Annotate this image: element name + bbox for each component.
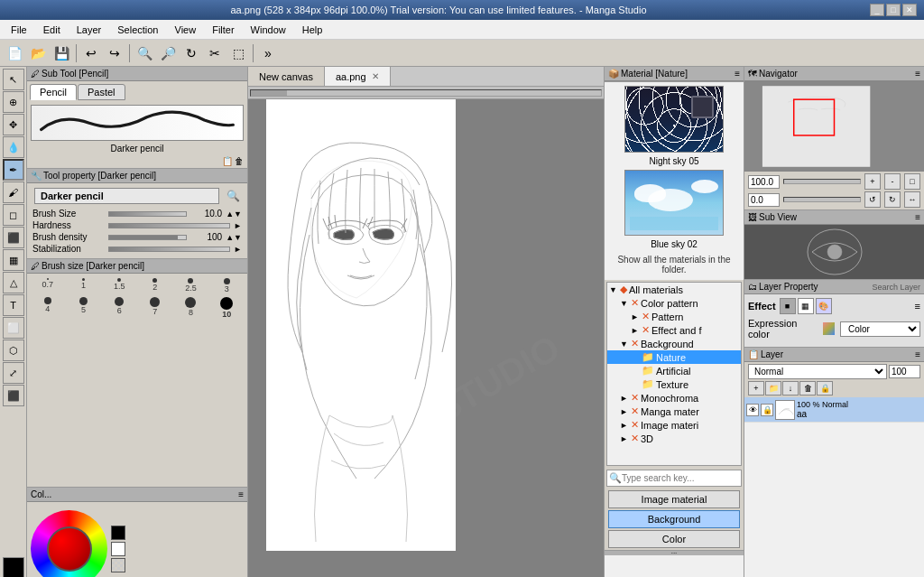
sub-tool-delete-btn[interactable]: 🗑 (235, 156, 244, 166)
image-material-btn[interactable]: Image material (608, 490, 740, 508)
canvas-content[interactable]: MANGA STUDIO (248, 99, 604, 577)
stabilization-expand[interactable]: ► (234, 245, 242, 254)
nav-zoom-input[interactable] (748, 175, 780, 189)
stabilization-slider[interactable] (108, 247, 230, 252)
layer-move-tool[interactable]: ⬛ (3, 385, 24, 406)
nav-rotate-ccw[interactable]: ↺ (864, 191, 881, 208)
hardness-slider[interactable] (108, 223, 230, 228)
menu-filter[interactable]: Filter (205, 23, 241, 37)
brush-size-25[interactable]: 2.5 (174, 277, 208, 294)
brush-size-4[interactable]: 4 (31, 296, 65, 320)
hardness-expand[interactable]: ► (234, 221, 242, 230)
new-folder-btn[interactable]: 📁 (765, 381, 781, 396)
brush-size-3[interactable]: 3 (209, 277, 244, 294)
foreground-color[interactable] (3, 557, 24, 577)
close-button[interactable]: ✕ (902, 4, 917, 16)
more-button[interactable]: » (257, 42, 279, 64)
tree-color-pattern[interactable]: ▼ ✕ Color pattern (607, 296, 741, 310)
text-tool[interactable]: T (3, 294, 24, 316)
foreground-swatch[interactable] (111, 526, 125, 540)
layer-lock[interactable]: 🔒 (761, 404, 773, 416)
brush-size-spin[interactable]: ▲▼ (226, 209, 242, 219)
menu-layer[interactable]: Layer (69, 23, 109, 37)
select-rect-tool[interactable]: ⬜ (3, 317, 24, 339)
lock-layer-btn[interactable]: 🔒 (817, 381, 833, 396)
canvas-scrollbar-top[interactable] (248, 87, 604, 99)
tree-image-material[interactable]: ► ✕ Image materi (607, 418, 741, 432)
background-btn[interactable]: Background (608, 510, 740, 528)
effect-black[interactable]: ■ (780, 298, 796, 314)
nav-flip-btn[interactable]: ↔ (904, 191, 920, 208)
menu-edit[interactable]: Edit (36, 23, 68, 37)
new-canvas-tab[interactable]: New canvas (248, 67, 325, 86)
tree-all-materials[interactable]: ▼ ◆ All materials (607, 283, 741, 296)
layer-visibility-eye[interactable]: 👁 (746, 404, 759, 416)
preview-blue-sky[interactable] (624, 170, 724, 237)
menu-window[interactable]: Window (244, 23, 293, 37)
sub-tool-copy-btn[interactable]: 📋 (222, 156, 233, 166)
tree-monochrome[interactable]: ► ✕ Monochroma (607, 391, 741, 405)
rotate-button[interactable]: ↻ (180, 42, 202, 64)
brush-tool[interactable]: 🖌 (3, 181, 24, 203)
redo-button[interactable]: ↪ (104, 42, 125, 64)
layer-row-aa[interactable]: 👁 🔒 100 % Normal aa (744, 397, 924, 423)
delete-layer-btn[interactable]: 🗑 (799, 381, 816, 396)
color-btn[interactable]: Color (608, 530, 740, 548)
brush-size-2[interactable]: 2 (138, 277, 172, 294)
new-button[interactable]: 📄 (4, 42, 25, 64)
nav-zoom-in-btn[interactable]: + (864, 173, 881, 190)
canvas-drawing[interactable] (266, 99, 456, 551)
eyedropper-tool[interactable]: 💧 (3, 136, 24, 158)
search-icon[interactable]: 🔍 (226, 190, 240, 202)
cursor-tool[interactable]: ↖ (3, 69, 24, 90)
minimize-button[interactable]: _ (870, 4, 884, 16)
preview-night-sky[interactable] (624, 86, 724, 153)
tree-manga-material[interactable]: ► ✕ Manga mater (607, 405, 741, 418)
effect-menu[interactable]: ≡ (915, 301, 920, 312)
select-lasso-tool[interactable]: ⬡ (3, 340, 24, 361)
menu-view[interactable]: View (168, 23, 204, 37)
tree-artificial[interactable]: 📁 Artificial (607, 364, 741, 377)
zoom-out-button[interactable]: 🔎 (157, 42, 179, 64)
transform-tool2[interactable]: ⤢ (3, 362, 24, 384)
effect-pattern[interactable]: ▦ (798, 298, 814, 314)
navigator-menu[interactable]: ≡ (915, 69, 920, 79)
color-wheel[interactable] (31, 510, 107, 577)
nav-rotate-cw[interactable]: ↻ (884, 191, 901, 208)
nav-rotation-slider[interactable] (783, 197, 861, 202)
new-layer-btn[interactable]: + (748, 381, 764, 396)
menu-file[interactable]: File (4, 23, 34, 37)
brush-size-6[interactable]: 6 (102, 296, 136, 320)
layer-header-menu[interactable]: ≡ (915, 349, 920, 359)
navigator-preview[interactable] (744, 81, 924, 172)
merge-layer-btn[interactable]: ↓ (782, 381, 799, 396)
nav-rotation-input[interactable] (748, 193, 780, 207)
tree-nature[interactable]: 📁 Nature (607, 350, 741, 364)
color-panel-menu[interactable]: ≡ (238, 489, 244, 499)
nav-zoom-out-btn[interactable]: - (884, 173, 901, 190)
brush-size-8[interactable]: 8 (174, 296, 208, 320)
undo-button[interactable]: ↩ (80, 42, 102, 64)
tree-effect[interactable]: ► ✕ Effect and f (607, 323, 741, 337)
material-menu[interactable]: ≡ (735, 69, 740, 79)
eraser-tool[interactable]: ◻ (3, 204, 24, 226)
maximize-button[interactable]: □ (886, 4, 901, 16)
background-swatch[interactable] (111, 542, 125, 556)
expression-color-select[interactable]: Color Gray Monochrome (840, 321, 920, 337)
menu-help[interactable]: Help (295, 23, 330, 37)
material-search-input[interactable] (622, 473, 739, 483)
select-button[interactable]: ⬚ (227, 42, 249, 64)
fill-tool[interactable]: ⬛ (3, 227, 24, 248)
brush-size-1[interactable]: 1 (67, 277, 101, 294)
aa-png-close[interactable]: ✕ (372, 71, 379, 81)
shape-tool[interactable]: △ (3, 272, 24, 293)
zoom-tool[interactable]: ⊕ (3, 91, 24, 113)
tree-3d[interactable]: ► ✕ 3D (607, 432, 741, 445)
brush-size-slider[interactable] (108, 211, 187, 217)
brush-size-15[interactable]: 1.5 (102, 277, 136, 294)
save-button[interactable]: 💾 (51, 42, 72, 64)
open-button[interactable]: 📂 (27, 42, 49, 64)
tree-background[interactable]: ▼ ✕ Background (607, 337, 741, 350)
menu-selection[interactable]: Selection (110, 23, 165, 37)
transform-button[interactable]: ✂ (204, 42, 226, 64)
